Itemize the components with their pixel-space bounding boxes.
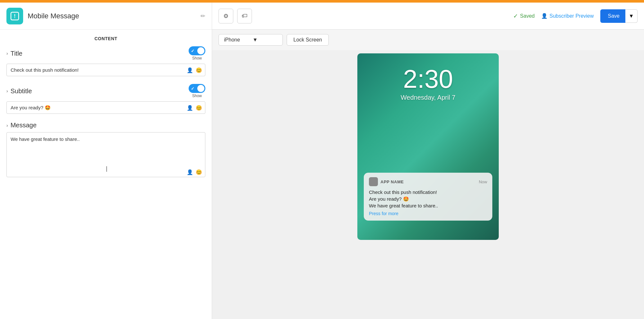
subtitle-show-label: Show [192,94,202,98]
header-left-actions: ⚙ 🏷 [219,9,252,23]
emoji-icon[interactable]: 😊 [196,67,202,73]
title-show-label: Show [192,56,202,60]
app-icon: ! [6,8,23,24]
right-panel: ⚙ 🏷 ✓ Saved 👤 Subscriber Preview Save [212,3,644,319]
subtitle-person-icon[interactable]: 👤 [187,105,193,111]
notif-body: Check out this push notification! Are yo… [369,189,487,209]
main-layout: ! Mobile Message ✏ CONTENT › Title [0,3,644,319]
subtitle-toggle-wrapper: ✓ Show [189,84,205,98]
notif-press-more: Press for more [369,211,487,216]
notification-card: APP NAME Now Check out this push notific… [364,173,492,221]
lock-date: Wednesday, April 7 [357,94,499,101]
message-label: Message [11,122,37,129]
notif-app-name: APP NAME [380,179,476,184]
subtitle-field-group: › Subtitle ✓ Show [6,84,205,114]
device-label: iPhone [224,37,249,43]
lock-time: 2:30 [357,66,499,92]
subtitle-toggle[interactable]: ✓ [189,84,205,93]
save-button[interactable]: Save [600,9,627,23]
saved-status: ✓ Saved [513,13,534,20]
notif-line1: Check out this push notification! [369,189,487,196]
svg-text:!: ! [14,14,15,19]
save-dropdown-button[interactable]: ▼ [625,9,638,23]
subscriber-preview-label: Subscriber Preview [550,13,594,19]
title-toggle-wrapper: ✓ Show [189,46,205,60]
app-title: Mobile Message [28,12,201,20]
message-field-group: › Message 👤 😊 | [6,122,205,178]
title-field-header: › Title ✓ Show [6,46,205,60]
phone-preview: 2:30 Wednesday, April 7 APP NAME Now Che… [357,53,499,240]
device-dropdown-icon: ▼ [253,37,277,43]
saved-text: Saved [520,13,534,19]
header-right-actions: ✓ Saved 👤 Subscriber Preview Save ▼ [513,9,638,23]
gear-icon: ⚙ [223,13,228,20]
save-dropdown-icon: ▼ [629,13,634,19]
title-field-group: › Title ✓ Show [6,46,205,76]
notif-app-icon [369,177,378,186]
title-input-wrapper: 👤 😊 [6,64,205,76]
title-input-icons: 👤 😊 [187,67,202,73]
person-icon[interactable]: 👤 [187,67,193,73]
gear-button[interactable]: ⚙ [219,9,233,23]
check-icon: ✓ [513,13,518,20]
subtitle-field-header: › Subtitle ✓ Show [6,84,205,98]
screen-type-button[interactable]: Lock Screen [287,34,329,46]
device-selector: iPhone ▼ Lock Screen [212,30,644,50]
lock-screen-time: 2:30 Wednesday, April 7 [357,53,499,101]
title-chevron-icon[interactable]: › [6,51,8,56]
notif-line3: We have great feature to share.. [369,202,487,209]
top-bar [0,0,644,3]
message-person-icon[interactable]: 👤 [187,169,193,175]
cursor-indicator: | [106,165,108,172]
content-section: CONTENT › Title ✓ [0,30,212,319]
message-emoji-icon[interactable]: 😊 [196,169,202,175]
edit-icon[interactable]: ✏ [201,13,205,20]
subscriber-preview-icon: 👤 [541,13,548,19]
preview-area: 2:30 Wednesday, April 7 APP NAME Now Che… [212,50,644,319]
section-label: CONTENT [6,30,205,46]
preview-header: ⚙ 🏷 ✓ Saved 👤 Subscriber Preview Save [212,3,644,30]
title-label: Title [11,50,22,57]
app-header: ! Mobile Message ✏ [0,3,212,30]
notif-time: Now [479,179,487,184]
subtitle-input[interactable] [6,101,205,114]
tag-button[interactable]: 🏷 [237,9,252,23]
title-toggle[interactable]: ✓ [189,46,205,55]
notif-line2: Are you ready? 🤩 [369,196,487,202]
device-dropdown[interactable]: iPhone ▼ [219,34,283,46]
subtitle-title-row: › Subtitle [6,87,32,95]
message-chevron-icon[interactable]: › [6,123,8,128]
save-group: Save ▼ [600,9,638,23]
message-textarea-icons: 👤 😊 [187,169,202,175]
subtitle-emoji-icon[interactable]: 😊 [196,105,202,111]
title-input[interactable] [6,64,205,76]
message-textarea-wrapper: 👤 😊 | [6,132,205,178]
notif-header: APP NAME Now [369,177,487,186]
subtitle-input-icons: 👤 😊 [187,105,202,111]
subtitle-label: Subtitle [11,87,32,95]
message-field-header: › Message [6,122,205,129]
title-title-row: › Title [6,50,22,57]
message-title-row: › Message [6,122,37,129]
subscriber-preview-button[interactable]: 👤 Subscriber Preview [541,13,594,19]
subtitle-input-wrapper: 👤 😊 [6,101,205,114]
tag-icon: 🏷 [242,13,247,19]
left-panel: ! Mobile Message ✏ CONTENT › Title [0,3,212,319]
subtitle-chevron-icon[interactable]: › [6,88,8,94]
